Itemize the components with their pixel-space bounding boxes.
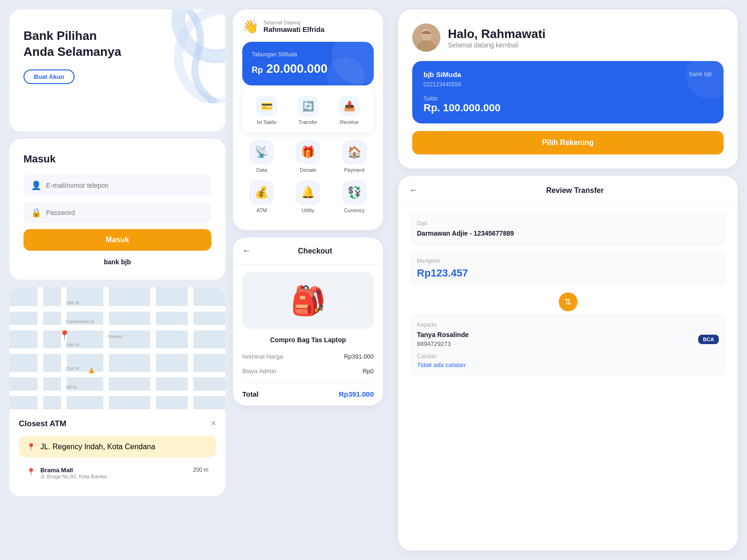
atm-item-1[interactable]: 📍 Brama Mall Jl. Braga No.92, Kota Bante… [19,462,216,484]
menu-data[interactable]: 📡 Data [242,140,281,173]
bag-icon: 🎒 [291,284,326,317]
masuk-button[interactable]: Masuk [23,229,211,251]
qa-receive-label: Receive [340,119,359,125]
password-input[interactable] [46,209,204,216]
atm-item-highlighted[interactable]: 📍 JL. Regency Indah, Kota Cendana [19,436,216,457]
qa-isi-saldo[interactable]: 💳 Isi Saldo [256,96,277,125]
ba-name: bjb SiMuda [424,70,461,78]
mengirim-section: Mengirim Rp123.457 [409,250,726,287]
menu-utility[interactable]: 🔔 Utility [289,180,328,213]
menu-payment[interactable]: 🏠 Payment [335,140,374,173]
checkout-header: ← Checkout [233,238,383,265]
panel-profile-transfer: Halo, Rahmawati Selamat datang kembali b… [398,9,738,551]
atm-icon: 💰 [249,180,274,205]
qa-receive[interactable]: 📥 Receive [339,96,360,125]
welcome-title: Bank Pilihan Anda Selamanya [23,28,211,60]
balance-amount: Rp 20.000.000 [252,61,364,76]
balance-card: Tabungan SiMuda Rp 20.000.000 [242,42,374,85]
transfer-back-button[interactable]: ← [409,185,418,195]
recipient-number: 8894729273 [417,340,469,347]
profile-top: Halo, Rahmawati Selamat datang kembali [412,23,724,52]
total-value: Rp391.000 [339,390,374,398]
greeting-name: Rahmawati Elfrida [263,25,324,33]
menu-atm[interactable]: 💰 ATM [242,180,281,213]
lock-icon: 🔒 [31,207,41,218]
qa-transfer-label: Transfer [299,119,318,125]
checkout-back-button[interactable]: ← [242,246,251,256]
checkout-divider [242,382,374,383]
payment-icon: 🏠 [342,140,367,164]
app-dashboard-card: 👋 Selamat Datang Rahmawati Elfrida Tabun… [233,9,383,230]
menu-currency[interactable]: 💱 Currency [335,180,374,213]
menu-payment-label: Payment [344,167,364,173]
utility-icon: 🔔 [296,180,320,205]
panel-login: Bank Pilihan Anda Selamanya Buat Akun Ma… [9,9,225,551]
checkout-card: ← Checkout 🎒 Compro Bag Tas Laptop Nomin… [233,238,383,406]
ba-bank: bank bjb [689,70,712,78]
close-button[interactable]: × [211,419,216,429]
profile-sub: Selamat datang kembali [448,41,546,49]
catatan-label: Catatan [417,353,719,360]
transfer-icon: 🔄 [298,96,318,116]
bank-label: bank bjb [23,258,211,266]
login-title: Masuk [23,153,211,165]
checkout-row-1: Nominal Harga Rp391.000 [233,349,383,364]
menu-grid: 📡 Data 🎁 Donate 🏠 Payment 💰 ATM 🔔 Utilit… [242,132,374,221]
map-card: 19th St Cumberland St 20th St 21st St Hi… [9,287,225,496]
admin-value: Rp0 [362,368,374,375]
swap-icon: ⇅ [559,292,578,311]
recipient-row: Tanya Rosalinde 8894729273 BCA [417,331,719,347]
recipient-name: Tanya Rosalinde [417,331,469,338]
mengirim-label: Mengirim [417,258,719,264]
profile-card: Halo, Rahmawati Selamat datang kembali b… [398,9,738,169]
atm-header: Closest ATM × [19,419,216,429]
atm-panel: Closest ATM × 📍 JL. Regency Indah, Kota … [9,409,225,496]
transfer-header: ← Review Transfer [398,176,738,205]
transfer-card: ← Review Transfer Dari Darmawan Adjie - … [398,176,738,551]
atm-pin-icon-1: 📍 [26,468,36,476]
dari-section: Dari Darmawan Adjie - 12345677889 [409,213,726,245]
checkout-row-2: Biaya Admin Rp0 [233,364,383,378]
menu-donate[interactable]: 🎁 Donate [289,140,328,173]
currency-icon: 💱 [342,180,367,205]
map-background: 19th St Cumberland St 20th St 21st St Hi… [9,287,225,409]
user-icon: 👤 [31,180,41,191]
atm-address-1: Jl. Braga No.92, Kota Banten [40,474,107,479]
checkout-title: Checkout [256,247,374,255]
bank-account-card: bjb SiMuda bank bjb 022123445556 Saldo R… [412,61,724,123]
product-preview: 🎒 [242,272,374,329]
menu-data-label: Data [256,167,267,173]
panel-mobile-app: 👋 Selamat Datang Rahmawati Elfrida Tabun… [233,9,383,551]
product-name: Compro Bag Tas Laptop [233,336,383,349]
email-field-wrapper: 👤 [23,175,211,196]
atm-title: Closest ATM [19,419,66,429]
buat-akun-button[interactable]: Buat Akun [23,69,75,84]
svg-point-3 [421,29,432,41]
transfer-body: Dari Darmawan Adjie - 12345677889 Mengir… [398,205,738,384]
dari-value: Darmawan Adjie - 12345677889 [417,230,719,237]
dari-label: Dari [417,220,719,227]
menu-donate-label: Donate [300,167,316,173]
kepada-section: Kepada Tanya Rosalinde 8894729273 BCA Ca… [409,314,726,376]
qa-transfer[interactable]: 🔄 Transfer [298,96,318,125]
transfer-amount: Rp123.457 [417,267,719,279]
email-input[interactable] [46,182,204,189]
swap-icon-wrap: ⇅ [409,292,726,311]
wave-icon: 👋 [242,19,259,34]
avatar [412,23,440,52]
checkout-total-row: Total Rp391.000 [233,386,383,406]
menu-utility-label: Utility [302,207,315,213]
nominal-label: Nominal Harga [242,353,283,360]
login-card: Masuk 👤 🔒 Masuk bank bjb [9,139,225,280]
catatan-value: Tidak ada catatan [417,361,719,368]
app-header: 👋 Selamat Datang Rahmawati Elfrida [242,19,374,34]
ba-number: 022123445556 [424,81,712,88]
bca-badge: BCA [698,335,719,344]
welcome-card: Bank Pilihan Anda Selamanya Buat Akun [9,9,225,131]
ba-top: bjb SiMuda bank bjb [424,70,712,78]
nominal-value: Rp391.000 [344,353,374,360]
greeting-small: Selamat Datang [263,20,324,25]
atm-distance-1: 200 m [193,467,208,473]
pilih-rekening-button[interactable]: Pilih Rekening [412,131,724,154]
password-field-wrapper: 🔒 [23,202,211,223]
